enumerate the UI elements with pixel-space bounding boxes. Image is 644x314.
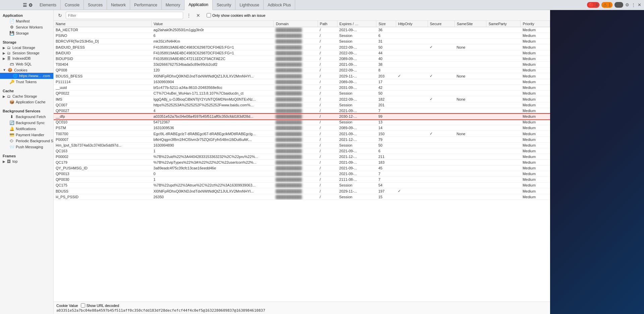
col-sameparty[interactable]: SameParty: [486, 21, 521, 27]
sidebar-item-periodic-bg[interactable]: ⏲ Periodic Background Sync: [0, 138, 53, 144]
table-row[interactable]: QP00130██████████/2021-09-...7Medium: [54, 171, 550, 177]
devtools-menu-icon[interactable]: ☰: [23, 2, 27, 8]
table-cell: /: [318, 73, 337, 79]
table-cell: Session: [337, 194, 376, 200]
table-cell: QP008: [54, 67, 152, 73]
show-url-checkbox[interactable]: [81, 303, 85, 308]
tab-application[interactable]: Application: [184, 0, 213, 10]
sidebar-item-manifest[interactable]: 📄 Manifest: [0, 18, 53, 24]
table-row[interactable]: BDRCVFR[Ter2S3H5o_D]mk3SLVN4HKm█████████…: [54, 39, 550, 44]
more-icon[interactable]: ⋮: [631, 2, 636, 7]
table-row[interactable]: QC175%7B%22upd%22%3Atrue%2C%22ct%22%3A16…: [54, 182, 550, 188]
frame-icon: 🖼: [7, 159, 11, 163]
table-row[interactable]: QP00301██████████/2111-08-...7Medium: [54, 177, 550, 182]
col-secure[interactable]: Secure: [428, 21, 454, 27]
table-cell: 1: [152, 148, 274, 154]
tab-sources[interactable]: Sources: [84, 0, 107, 10]
sidebar-item-cache-storage[interactable]: ▶ 🗂 Cache Storage: [0, 94, 53, 99]
col-size[interactable]: Size: [376, 21, 396, 27]
table-row[interactable]: BAIDUID_BFESSF41058919A8E4BC4983C62987DC…: [54, 44, 550, 50]
sidebar-item-trust-tokens[interactable]: 🔑 Trust Tokens: [0, 79, 53, 85]
filter-input[interactable]: [66, 12, 183, 19]
sidebar-item-service-workers[interactable]: ⚙ Service Workers: [0, 24, 53, 30]
settings-icon[interactable]: ⚙: [625, 2, 629, 7]
table-cell: ██████████: [274, 62, 318, 67]
sidebar-item-app-cache[interactable]: 📦 Application Cache: [0, 99, 53, 105]
sidebar-item-cookies-expand[interactable]: ▼ 🍪 Cookies: [0, 67, 53, 73]
table-row[interactable]: BIDUPSIDF41058919A8E4BC47211EDCF9ACFAE2C…: [54, 56, 550, 62]
col-expires[interactable]: Expires / …: [337, 21, 376, 27]
only-issues-checkbox[interactable]: [207, 13, 211, 17]
table-row[interactable]: QC007https%2525253A%2525252F%2525252Fwww…: [54, 102, 550, 108]
tab-security[interactable]: Security: [213, 0, 235, 10]
tab-elements[interactable]: Elements: [36, 0, 61, 10]
tab-network[interactable]: Network: [107, 0, 130, 10]
table-cell: [486, 44, 521, 50]
sidebar-item-local-storage[interactable]: ▶ 🗂 Local Storage: [0, 45, 53, 50]
table-cell: BA_HECTOR: [54, 27, 152, 33]
col-value[interactable]: Value: [152, 21, 274, 27]
sidebar-item-payment-handler[interactable]: 💳 Payment Handler: [0, 132, 53, 138]
sidebar-item-push-messaging[interactable]: 📨 Push Messaging: [0, 144, 53, 150]
col-httponly[interactable]: HttpOnly: [396, 21, 428, 27]
sidebar-item-frames-expand[interactable]: ▶ 🖼 top: [0, 159, 53, 164]
table-row[interactable]: H_PS_PSSID26350██████████/Session15Mediu…: [54, 194, 550, 200]
show-url-label[interactable]: Show URL decoded: [81, 303, 119, 308]
tab-memory[interactable]: Memory: [162, 0, 184, 10]
table-row[interactable]: BA_HECTORag2lahak0h25050l1m1gjg3ln0r████…: [54, 27, 550, 33]
table-row[interactable]: QP00274██████████/2021-09-...7Medium: [54, 108, 550, 114]
sidebar-item-indexeddb[interactable]: ▶ 🗄 IndexedDB: [0, 56, 53, 61]
only-issues-checkbox-label[interactable]: Only show cookies with an issue: [207, 13, 265, 17]
table-row[interactable]: __dfpa03351e52a7bc04e08a4597b45f511aff0c…: [54, 114, 550, 119]
table-cell: [454, 56, 486, 62]
table-row[interactable]: QC1631██████████/2021-09-...6Medium: [54, 148, 550, 154]
table-row[interactable]: IMSIggQABj_u-OJBioqCiBkNTljY2YzNTQ5MDNmM…: [54, 96, 550, 102]
filter-options-button[interactable]: ⋮: [185, 12, 193, 19]
sidebar-item-cookies-url[interactable]: 🌐 https://www... .com: [0, 73, 53, 79]
table-row[interactable]: P1111141630993904██████████/2089-09-...1…: [54, 79, 550, 85]
table-row[interactable]: QC01054712367██████████/Session13Medium: [54, 119, 550, 125]
push-messaging-icon: 📨: [9, 145, 14, 149]
sidebar-item-bg-sync[interactable]: 🔄 Background Sync: [0, 120, 53, 126]
table-row[interactable]: QC179%7B%22vipTypes%22%3A%22%22%2C%22use…: [54, 160, 550, 165]
table-row[interactable]: BDUSSXl0NlFpRDhxQ0lKNDJndTdxNWtNdlQtZ1JU…: [54, 188, 550, 194]
devtools-tab-bar: ☰ ⚙ Elements Console Sources Network Per…: [0, 0, 644, 10]
col-domain[interactable]: Domain: [274, 21, 318, 27]
table-cell: /: [318, 44, 337, 50]
table-cell: [486, 27, 521, 33]
table-row[interactable]: PSTM1631009536██████████/2089-09-...14Me…: [54, 125, 550, 131]
table-row[interactable]: QY_PUSHMSG_ID3a89eadc4f75c39cfc13cae16ee…: [54, 165, 550, 171]
table-cell: Medium: [521, 85, 550, 91]
refresh-button[interactable]: ↻: [56, 12, 64, 19]
close-icon[interactable]: ✕: [638, 2, 641, 7]
sidebar-item-notifications[interactable]: 🔔 Notifications: [0, 126, 53, 132]
col-path[interactable]: Path: [318, 21, 337, 27]
col-samesite[interactable]: SameSite: [454, 21, 486, 27]
sidebar-item-session-storage[interactable]: ▶ 🗂 Session Storage: [0, 50, 53, 56]
col-priority[interactable]: Priority: [521, 21, 550, 27]
table-row[interactable]: QP008120██████████/2022-09-...8Medium: [54, 67, 550, 73]
sidebar-item-web-sql[interactable]: 🗃 Web SQL: [0, 61, 53, 67]
table-cell: ██████████: [274, 177, 318, 182]
table-row[interactable]: BDUSS_BFESSXl0NlFpRDhxQ0lKNDJndTdxNWtNdl…: [54, 73, 550, 79]
table-cell: [486, 114, 521, 119]
table-row[interactable]: BAIDUIDF41058919A8E4BC4983C62987DCF04E5:…: [54, 50, 550, 56]
table-cell: Xl0NlFpRDhxQ0lKNDJndTdxNWtNdlQtZ1JULXV2M…: [152, 73, 274, 79]
table-row[interactable]: PSINO6██████████/Session6Medium: [54, 33, 550, 39]
sidebar-item-storage-clear[interactable]: 💾 Storage: [0, 30, 53, 36]
tab-adblock[interactable]: Adblock Plus: [264, 0, 295, 10]
table-row[interactable]: P00007bfkHQqgm3f8m1fHCl5lvm3r75ZQtGFyfn5…: [54, 137, 550, 143]
table-row[interactable]: T00700Egcl9L-tlRABEgclz7-tlRABEgcl67-tlR…: [54, 131, 550, 137]
col-name[interactable]: Name: [54, 21, 152, 27]
tab-performance[interactable]: Performance: [130, 0, 162, 10]
table-row[interactable]: P00002%7B%22uid%22%3A44042833153363232%2…: [54, 154, 550, 160]
tab-lighthouse[interactable]: Lighthouse: [235, 0, 264, 10]
tab-console[interactable]: Console: [61, 0, 84, 10]
table-row[interactable]: T0040433d26667627534bada5c89e99cb2cdf2██…: [54, 62, 550, 67]
table-cell: P00007: [54, 137, 152, 143]
table-row[interactable]: __uuidbf1c477b-5211-a34a-8610-20483568e8…: [54, 85, 550, 91]
clear-filter-button[interactable]: ✕: [195, 12, 202, 19]
table-row[interactable]: Hm_lpvt_53b7374a63c37483e5dd97d...163099…: [54, 143, 550, 148]
table-row[interactable]: QP0022CT%7CHuBei_WuHan-171.113.8.107%7Cb…: [54, 91, 550, 96]
sidebar-item-bg-fetch[interactable]: ⬇ Background Fetch: [0, 114, 53, 120]
